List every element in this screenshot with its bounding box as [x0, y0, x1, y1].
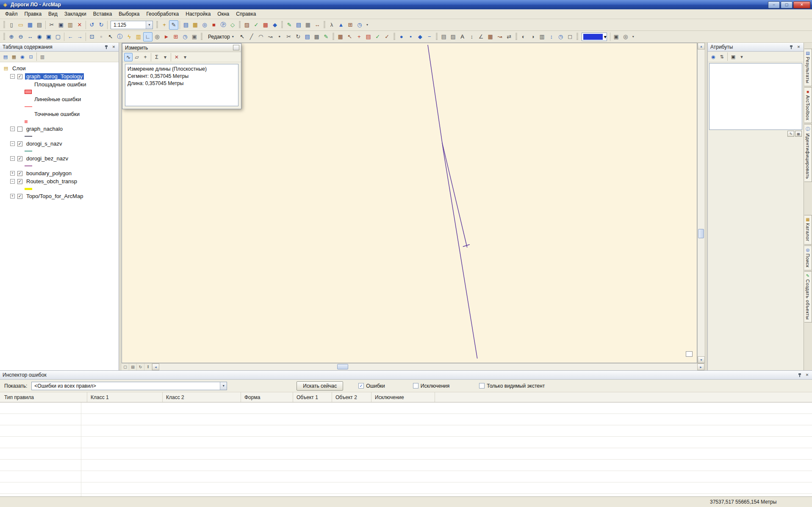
layout-view-icon[interactable]: ▤ [129, 364, 137, 370]
save-icon[interactable]: ▦ [25, 20, 35, 30]
refresh-view-icon[interactable]: ↻ [137, 364, 144, 370]
create-features-button-icon[interactable]: ✎ [321, 32, 331, 41]
tab-catalog[interactable]: ▦Каталог [804, 215, 812, 245]
spatial-analyst-icon[interactable]: λ [327, 20, 336, 30]
measure-line-icon[interactable]: ∿ [124, 53, 133, 61]
layer-graph-dorog-topology-expander[interactable]: − [10, 74, 15, 79]
3d-analyst-icon[interactable]: ▲ [336, 20, 346, 30]
layer-routes-obch-transp-checkbox[interactable]: ✓ [17, 179, 22, 184]
layer-graph-dorog-topology-checkbox[interactable]: ✓ [17, 74, 22, 79]
print-icon[interactable]: ▤ [35, 20, 44, 30]
column-header-5[interactable]: Объект 1 [293, 392, 332, 402]
transparency-icon[interactable]: ▥ [538, 32, 547, 41]
map-attributes-splitter[interactable] [704, 43, 707, 370]
snap-point-icon[interactable]: ● [397, 32, 406, 41]
data-view-icon[interactable]: ▢ [122, 364, 129, 370]
overview-page-icon[interactable] [686, 351, 693, 357]
layer-boundary-polygon[interactable]: +✓boundary_polygon [0, 169, 119, 177]
hyperlink-icon[interactable]: ϟ [125, 32, 134, 41]
map-canvas[interactable]: Измерить ∿▱+Σ▾✕▾ Измерение длины (Плоско… [122, 43, 697, 363]
map-scale-combo-caret[interactable] [146, 21, 152, 29]
editor-menu[interactable]: Редактор [204, 32, 238, 41]
dimension-tool-icon[interactable]: ↕ [467, 32, 477, 41]
forward-extent-icon[interactable]: → [75, 32, 84, 41]
attributes-options-icon[interactable]: ▾ [737, 52, 746, 61]
close-button[interactable]: ✕ [793, 1, 810, 8]
road-segment-branch[interactable] [442, 143, 467, 247]
sum-caret-icon[interactable]: ▾ [161, 53, 169, 61]
toolbar-grip[interactable] [3, 33, 5, 41]
layer-graph-nachalo-label[interactable]: graph_nachalo [25, 126, 64, 132]
toolbar-grip[interactable] [333, 33, 334, 41]
menu-bookmarks[interactable]: Закладки [61, 10, 90, 18]
graph-nachalo-swatch[interactable] [0, 133, 119, 140]
layer-dorogi-s-nazv-label[interactable]: dorogi_s_nazv [25, 141, 64, 147]
parcel-tool-icon[interactable]: ▦ [486, 32, 495, 41]
layer-dorogi-s-nazv[interactable]: −✓dorogi_s_nazv [0, 140, 119, 148]
point-errors-swatch[interactable] [0, 118, 119, 125]
toc-pin-button[interactable] [103, 44, 110, 50]
layer-topo-for-arcmap-label[interactable]: Topo/Topo_for_ArcMap [25, 193, 84, 199]
endpoint-arc-icon[interactable]: ◠ [256, 32, 266, 41]
back-extent-icon[interactable]: ← [66, 32, 75, 41]
layer-dorogi-bez-nazv-checkbox[interactable]: ✓ [17, 156, 22, 161]
attributes-apply-icon[interactable]: ◉ [709, 52, 718, 61]
routes-obch-transp-swatch[interactable] [0, 185, 119, 192]
vertical-scroll-thumb[interactable] [698, 229, 704, 238]
scroll-up-icon[interactable] [698, 43, 705, 50]
attributes-button-icon[interactable]: ▤ [303, 32, 312, 41]
html-popup-icon[interactable]: ▥ [134, 32, 143, 41]
layer-graph-dorog-topology-label[interactable]: graph_dorog_Topology [25, 73, 84, 80]
table-of-contents-icon[interactable]: ▤ [181, 20, 191, 30]
menu-customize[interactable]: Настройка [182, 10, 214, 18]
topology-toolbar-icon[interactable]: ▨ [242, 20, 252, 30]
legend-area-errors-label[interactable]: Площадные ошибки [33, 81, 88, 88]
point-tool-icon[interactable]: • [275, 32, 284, 41]
map-scale-combo[interactable]: 1:125 [111, 21, 153, 29]
fix-error-tool-icon[interactable]: + [355, 32, 364, 41]
catalog-window-icon[interactable]: ▦ [191, 20, 200, 30]
maximize-button[interactable]: ▢ [781, 1, 793, 8]
toolbar-grip[interactable] [324, 21, 325, 29]
list-by-source-icon[interactable]: ▦ [10, 52, 18, 61]
undo-icon[interactable]: ↺ [87, 20, 97, 30]
layer-dorogi-bez-nazv-label[interactable]: dorogi_bez_nazv [25, 155, 69, 162]
attributes-table-icon[interactable]: ▦ [795, 131, 802, 137]
editor-toolbar-icon[interactable]: ✎ [169, 20, 178, 30]
cut-icon[interactable]: ✂ [47, 20, 56, 30]
layer-topo-for-arcmap-checkbox[interactable]: ✓ [17, 194, 22, 199]
snap-edge-icon[interactable]: − [425, 32, 434, 41]
layer-topo-for-arcmap-expander[interactable]: + [10, 194, 15, 198]
hatching-icon[interactable]: ▨ [449, 32, 458, 41]
list-by-drawing-order-icon[interactable]: ▤ [1, 52, 10, 61]
exceptions-checkbox[interactable] [413, 383, 418, 389]
menu-edit[interactable]: Правка [21, 10, 45, 18]
toc-options-icon[interactable]: ▥ [38, 52, 47, 61]
column-header-1[interactable]: Тип правила [0, 392, 87, 402]
toolbar-grip[interactable] [436, 33, 438, 41]
pause-drawing-icon[interactable]: ‖ [144, 364, 152, 370]
tab-identify[interactable]: ⓘИдентифицировать [804, 124, 812, 182]
layer-routes-obch-transp-label[interactable]: Routes_obch_transp [25, 178, 78, 185]
scroll-right-icon[interactable] [697, 364, 704, 370]
flicker-icon[interactable]: ◷ [556, 32, 565, 41]
list-by-visibility-icon[interactable]: ◉ [18, 52, 27, 61]
layer-graph-nachalo[interactable]: −graph_nachalo [0, 125, 119, 133]
attributes-content[interactable] [709, 63, 802, 130]
menu-insert[interactable]: Вставка [90, 10, 116, 18]
snap-vertex-icon[interactable]: ◆ [416, 32, 425, 41]
legend-point-errors[interactable]: Точечные ошибки [0, 110, 119, 118]
toolbar-grip[interactable] [201, 33, 202, 41]
viewer-window-icon[interactable]: ▣ [190, 32, 199, 41]
column-header-4[interactable]: Форма [241, 392, 293, 402]
road-segment-main[interactable] [428, 45, 477, 358]
measure-dialog-close-button[interactable] [233, 45, 239, 50]
tab-create-features[interactable]: ✎Создать объекты [804, 271, 812, 322]
tab-results[interactable]: ▤Результаты [804, 49, 812, 86]
toolbar-grip[interactable] [394, 33, 395, 41]
sketch-properties-icon[interactable]: ▦ [303, 20, 313, 30]
magnifier-window-icon[interactable]: ◎ [621, 32, 630, 41]
arctoolbox-window-icon[interactable]: ■ [209, 20, 219, 30]
network-analyst-icon[interactable]: ⊞ [346, 20, 355, 30]
units-caret-icon[interactable]: ▾ [181, 53, 189, 61]
